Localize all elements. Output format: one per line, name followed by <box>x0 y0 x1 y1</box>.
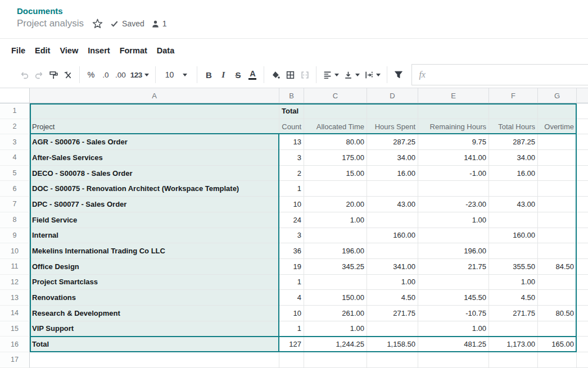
cell-B15[interactable]: 1 <box>279 321 304 337</box>
row-header-17[interactable]: 17 <box>0 352 30 368</box>
cell-A8[interactable]: Field Service <box>30 212 279 228</box>
cell-A4[interactable]: After-Sales Services <box>30 150 279 166</box>
cell-C2[interactable]: Allocated Time <box>304 119 367 135</box>
cell-F6[interactable] <box>489 181 538 197</box>
cell-F7[interactable]: 43.00 <box>489 197 538 212</box>
cell-B9[interactable]: 3 <box>279 228 304 244</box>
cell-partial-11[interactable] <box>577 259 588 275</box>
column-header-A[interactable]: A <box>30 88 279 103</box>
cell-partial-8[interactable] <box>577 212 588 228</box>
cell-D14[interactable]: 271.75 <box>367 306 418 321</box>
row-header-7[interactable]: 7 <box>0 197 30 212</box>
paint-format-button[interactable] <box>46 67 61 83</box>
cell-G9[interactable] <box>538 228 577 244</box>
horizontal-align-dropdown[interactable] <box>320 67 341 83</box>
text-color-button[interactable]: A <box>245 67 260 83</box>
cell-A3[interactable]: AGR - S00076 - Sales Order <box>30 134 279 150</box>
bold-button[interactable]: B <box>201 67 216 83</box>
cell-E2[interactable]: Remaining Hours <box>418 119 489 135</box>
cell-B11[interactable]: 19 <box>279 259 304 275</box>
cell-partial-7[interactable] <box>577 197 588 212</box>
cell-F16[interactable]: 1,173.00 <box>489 337 538 352</box>
cell-F5[interactable]: 16.00 <box>489 166 538 181</box>
cell-B6[interactable]: 1 <box>279 181 304 197</box>
cell-A13[interactable]: Renovations <box>30 290 279 306</box>
cell-E14[interactable]: -10.75 <box>418 306 489 321</box>
cell-E17[interactable] <box>418 352 489 368</box>
row-header-15[interactable]: 15 <box>0 321 30 337</box>
italic-button[interactable]: I <box>216 67 230 83</box>
cell-F8[interactable] <box>489 212 538 228</box>
cell-F13[interactable]: 4.50 <box>489 290 538 306</box>
row-header-16[interactable]: 16 <box>0 337 30 352</box>
cell-A17[interactable] <box>30 352 279 368</box>
cell-C4[interactable]: 175.00 <box>304 150 367 166</box>
cell-G16[interactable]: 165.00 <box>538 337 577 352</box>
cell-C5[interactable]: 15.00 <box>304 166 367 181</box>
cell-A12[interactable]: Project Smartclass <box>30 275 279 290</box>
cell-B2[interactable]: Count <box>279 119 304 135</box>
cell-G17[interactable] <box>538 352 577 368</box>
cell-G4[interactable] <box>538 150 577 166</box>
document-title[interactable]: Project analysis <box>17 18 84 29</box>
row-header-9[interactable]: 9 <box>0 228 30 244</box>
favorite-star-button[interactable] <box>92 18 103 29</box>
cell-D16[interactable]: 1,158.50 <box>367 337 418 352</box>
cell-B5[interactable]: 2 <box>279 166 304 181</box>
cell-E6[interactable] <box>418 181 489 197</box>
column-header-partial[interactable] <box>577 88 588 103</box>
grid-corner[interactable] <box>0 88 30 103</box>
cell-F9[interactable]: 160.00 <box>489 228 538 244</box>
wrap-text-dropdown[interactable] <box>362 67 383 83</box>
cell-G2[interactable]: Overtime <box>538 119 577 135</box>
breadcrumb-documents-link[interactable]: Documents <box>17 6 588 16</box>
cell-C8[interactable]: 1.00 <box>304 212 367 228</box>
cell-C12[interactable] <box>304 275 367 290</box>
cell-C13[interactable]: 150.00 <box>304 290 367 306</box>
cell-A1[interactable] <box>30 103 279 119</box>
cell-C17[interactable] <box>304 352 367 368</box>
row-header-6[interactable]: 6 <box>0 181 30 197</box>
cell-C6[interactable] <box>304 181 367 197</box>
row-header-3[interactable]: 3 <box>0 134 30 150</box>
cell-G15[interactable] <box>538 321 577 337</box>
cell-G1[interactable] <box>538 103 577 119</box>
cell-F4[interactable]: 34.00 <box>489 150 538 166</box>
cell-D2[interactable]: Hours Spent <box>367 119 418 135</box>
cell-B8[interactable]: 24 <box>279 212 304 228</box>
strikethrough-button[interactable]: S <box>230 67 245 83</box>
column-header-C[interactable]: C <box>304 88 367 103</box>
column-header-E[interactable]: E <box>418 88 489 103</box>
cell-D1[interactable] <box>367 103 418 119</box>
cell-C3[interactable]: 80.00 <box>304 134 367 150</box>
cell-partial-6[interactable] <box>577 181 588 197</box>
cell-partial-13[interactable] <box>577 290 588 306</box>
cell-C1[interactable] <box>304 103 367 119</box>
merge-cells-button[interactable] <box>297 67 312 83</box>
cell-F3[interactable]: 287.25 <box>489 134 538 150</box>
cell-C10[interactable]: 196.00 <box>304 243 367 259</box>
cell-C11[interactable]: 345.25 <box>304 259 367 275</box>
cell-B17[interactable] <box>279 352 304 368</box>
cell-C15[interactable]: 1.00 <box>304 321 367 337</box>
menu-format[interactable]: Format <box>120 46 147 55</box>
cell-E11[interactable]: 21.75 <box>418 259 489 275</box>
column-header-F[interactable]: F <box>489 88 538 103</box>
cell-E10[interactable]: 196.00 <box>418 243 489 259</box>
cell-B1[interactable]: Total <box>279 103 304 119</box>
cell-partial-4[interactable] <box>577 150 588 166</box>
cell-G13[interactable] <box>538 290 577 306</box>
cell-E15[interactable]: 1.00 <box>418 321 489 337</box>
cell-B14[interactable]: 10 <box>279 306 304 321</box>
cell-E7[interactable]: -23.00 <box>418 197 489 212</box>
cell-E4[interactable]: 141.00 <box>418 150 489 166</box>
cell-G8[interactable] <box>538 212 577 228</box>
cell-F2[interactable]: Total Hours <box>489 119 538 135</box>
cell-C9[interactable] <box>304 228 367 244</box>
cell-B7[interactable]: 10 <box>279 197 304 212</box>
decrease-decimal-button[interactable]: .0 <box>98 67 113 83</box>
increase-decimal-button[interactable]: .00 <box>113 67 128 83</box>
cell-F10[interactable] <box>489 243 538 259</box>
redo-button[interactable] <box>31 67 46 83</box>
fill-color-button[interactable] <box>268 67 283 83</box>
